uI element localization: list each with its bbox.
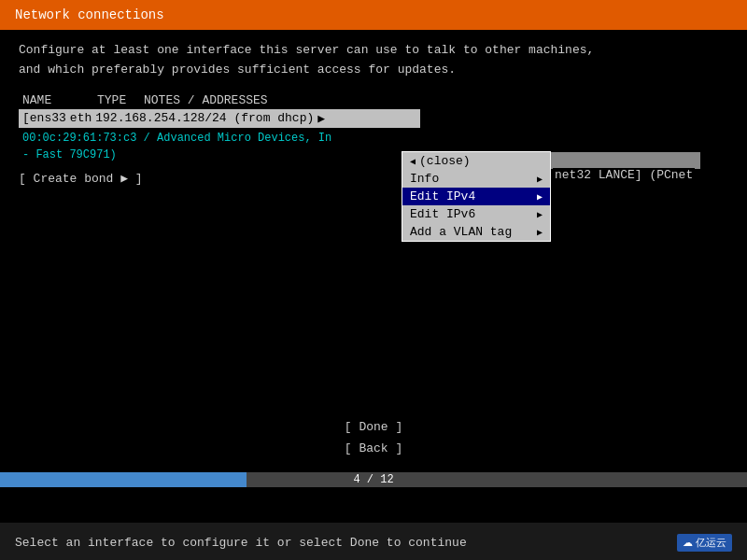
- done-button[interactable]: [ Done ]: [337, 418, 410, 436]
- menu-item-edit-ipv6[interactable]: Edit IPv6 ▶: [402, 205, 550, 223]
- description-line2: and which preferably provides sufficient…: [19, 61, 728, 80]
- menu-item-edit-ipv4[interactable]: Edit IPv4 ▶: [402, 188, 550, 205]
- context-menu: ◀ (close) Info ▶ Edit IPv4 ▶ Edit IPv6 ▶…: [402, 151, 551, 242]
- menu-arrow-left-close: ◀: [410, 156, 416, 167]
- menu-label-edit-ipv4: Edit IPv4: [410, 189, 537, 203]
- menu-arrow-edit-ipv4: ▶: [537, 191, 543, 203]
- menu-item-add-vlan[interactable]: Add a VLAN tag ▶: [402, 223, 550, 241]
- back-button[interactable]: [ Back ]: [337, 440, 410, 457]
- col-header-name: NAME: [22, 93, 97, 107]
- interface-row[interactable]: [ ens33 eth 192.168.254.128/24 (from dhc…: [19, 109, 420, 128]
- if-mac-line: 00:0c:29:61:73:c3 / Advanced Micro Devic…: [22, 130, 728, 147]
- progress-label: 4 / 12: [0, 472, 747, 487]
- menu-label-add-vlan: Add a VLAN tag: [410, 225, 537, 239]
- bottom-text: Select an interface to configure it or s…: [15, 536, 467, 550]
- col-header-notes: NOTES / ADDRESSES: [144, 93, 725, 107]
- if-bracket-open: [: [22, 111, 30, 125]
- menu-item-info[interactable]: Info ▶: [402, 170, 550, 188]
- progress-area: 4 / 12: [0, 472, 747, 487]
- menu-arrow-edit-ipv6: ▶: [537, 209, 543, 220]
- description-line1: Configure at least one interface this se…: [19, 41, 728, 61]
- bottom-bar: Select an interface to configure it or s…: [0, 525, 747, 560]
- right-stub-area: [551, 151, 700, 170]
- buttons-area: [ Done ] [ Back ]: [0, 418, 747, 457]
- menu-label-info: Info: [410, 172, 537, 186]
- menu-label-edit-ipv6: Edit IPv6: [410, 207, 537, 221]
- menu-item-close[interactable]: ◀ (close): [402, 152, 550, 170]
- description: Configure at least one interface this se…: [19, 41, 728, 80]
- if-name: ens33: [30, 111, 66, 125]
- right-stub-bar: [551, 152, 700, 169]
- if-arrow: ▶: [317, 111, 325, 126]
- main-area: Configure at least one interface this se…: [0, 30, 747, 523]
- title-bar: Network connections: [0, 0, 747, 30]
- menu-label-close: (close): [419, 154, 471, 168]
- if-type: eth: [70, 111, 92, 125]
- create-bond-label: [ Create bond ▶ ]: [19, 172, 143, 186]
- table-header: NAME TYPE NOTES / ADDRESSES: [19, 93, 728, 107]
- title-label: Network connections: [15, 7, 164, 22]
- col-header-type: TYPE: [97, 93, 144, 107]
- menu-arrow-add-vlan: ▶: [537, 227, 543, 238]
- menu-arrow-info: ▶: [537, 174, 543, 185]
- watermark: ☁ 亿运云: [677, 534, 732, 552]
- if-address: 192.168.254.128/24 (from dhcp): [95, 111, 314, 125]
- right-partial-text: net32 LANCE] (PCnet: [553, 168, 695, 182]
- progress-bar-container: 4 / 12: [0, 472, 747, 487]
